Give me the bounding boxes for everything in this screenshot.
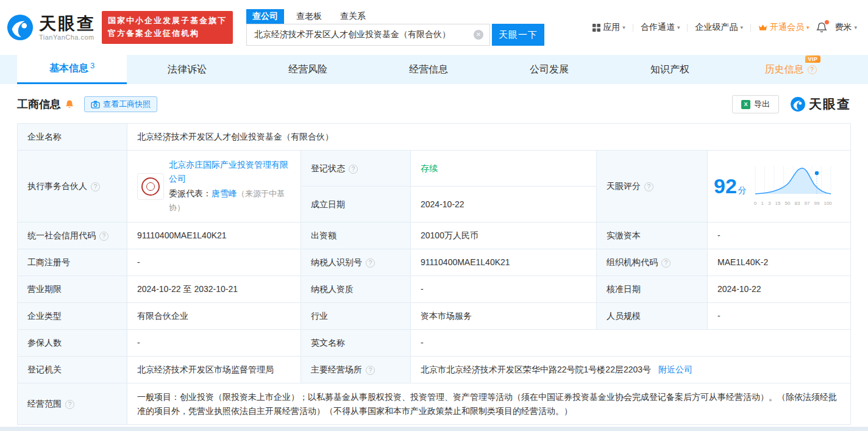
field-value-credit-code: 91110400MAE1L40K21 <box>127 223 301 249</box>
field-value-taxpayer-id: 91110400MAE1L40K21 <box>411 249 597 276</box>
field-label-paid-capital: 实缴资本 <box>597 223 708 249</box>
score-curve <box>754 165 832 195</box>
export-button-label: 导出 <box>754 99 770 110</box>
field-value-english-name: - <box>411 330 851 357</box>
field-label-executive-partner: 执行事务合伙人? <box>18 151 127 223</box>
help-icon[interactable]: ? <box>65 400 74 409</box>
help-icon[interactable]: ? <box>349 165 358 174</box>
field-label-tyc-score: 天眼评分? <box>597 151 708 223</box>
brand-name: 天眼查 <box>39 14 96 34</box>
nav-apps[interactable]: 应用 ▾ <box>592 22 625 33</box>
help-icon[interactable]: ? <box>91 182 100 191</box>
section-head: 工商信息 查看工商快照 X 导出 天眼查 <box>0 84 868 121</box>
tab-intellectual-property[interactable]: 知识产权 <box>610 55 730 84</box>
field-value-industry: 资本市场服务 <box>411 303 597 330</box>
follow-bell-icon[interactable] <box>65 99 74 109</box>
score-marker-dot <box>815 171 819 175</box>
field-value-company-type: 有限合伙企业 <box>127 303 301 330</box>
tyc-score-number: 92分 <box>714 169 747 202</box>
field-label-business-scope: 经营范围? <box>18 383 127 425</box>
rep-name-link[interactable]: 唐雪峰 <box>212 188 237 198</box>
field-label-company-name: 企业名称 <box>18 124 127 151</box>
help-icon[interactable]: ? <box>99 232 108 241</box>
field-value-insured-count: - <box>127 330 301 357</box>
search-tab-boss[interactable]: 查老板 <box>290 9 328 24</box>
business-info-table: 企业名称 北京经济技术开发区人才创业投资基金（有限合伙） 执行事务合伙人? 北京… <box>17 123 851 425</box>
clear-search-icon[interactable]: ✕ <box>474 30 483 40</box>
rep-prefix: 委派代表： <box>169 188 212 198</box>
notifications-bell[interactable] <box>816 22 827 33</box>
chevron-down-icon: ▾ <box>806 24 809 30</box>
field-value-taxpayer-quality: - <box>411 276 597 303</box>
chevron-down-icon: ▾ <box>622 24 625 30</box>
bottom-strip <box>0 427 868 431</box>
section-title: 工商信息 <box>17 97 61 112</box>
field-value-tyc-score[interactable]: 92分 <box>708 151 851 223</box>
partner-company-link[interactable]: 北京亦庄国际产业投资管理有限公司 <box>169 160 288 183</box>
help-icon[interactable]: ? <box>661 258 671 268</box>
search-tab-relation[interactable]: 查关系 <box>334 9 372 24</box>
divider <box>750 24 751 32</box>
help-icon[interactable]: ? <box>366 258 375 268</box>
nav-enterprise-label: 企业级产品 <box>695 22 738 33</box>
tab-basic-info[interactable]: 基本信息 3 <box>17 55 127 84</box>
field-value-business-term: 2024-10-22 至 2032-10-21 <box>127 276 301 303</box>
field-value-executive-partner: 北京亦庄国际产业投资管理有限公司 委派代表：唐雪峰（来源于中基协） <box>127 151 301 223</box>
nav-partner-label: 合作通道 <box>641 22 675 33</box>
brand-domain: TianYanCha.com <box>39 34 96 41</box>
username: 费米 <box>834 22 852 33</box>
field-value-staff-size: - <box>708 303 851 330</box>
field-label-industry: 行业 <box>301 303 411 330</box>
field-label-registration-status: 登记状态? <box>301 151 411 187</box>
search-tab-company[interactable]: 查公司 <box>246 9 284 24</box>
field-label-establish-date: 成立日期 <box>301 187 411 223</box>
status-badge: 存续 <box>421 163 438 173</box>
nav-user[interactable]: 费米 ▾ <box>834 22 857 33</box>
divider <box>633 24 633 32</box>
tab-legal-proceedings[interactable]: 法律诉讼 <box>127 55 247 84</box>
tab-basic-info-label: 基本信息 <box>49 62 88 75</box>
vip-badge: VIP <box>805 55 820 63</box>
partner-company-logo[interactable] <box>137 173 164 200</box>
search-input[interactable] <box>247 24 489 45</box>
field-label-company-type: 企业类型 <box>18 303 127 330</box>
field-value-business-scope: 一般项目：创业投资（限投资未上市企业）；以私募基金从事股权投资、投资管理、资产管… <box>127 383 851 425</box>
field-label-taxpayer-id: 纳税人识别号? <box>301 249 411 276</box>
field-label-credit-code: 统一社会信用代码? <box>18 223 127 249</box>
field-label-insured-count: 参保人数 <box>18 330 127 357</box>
export-button[interactable]: X 导出 <box>732 95 779 113</box>
tab-business-info[interactable]: 经营信息 <box>368 55 489 84</box>
field-value-establish-date: 2024-10-22 <box>411 187 597 223</box>
field-value-paid-capital: - <box>708 223 851 249</box>
nav-partner-channel[interactable]: 合作通道 ▾ <box>641 22 680 33</box>
notification-dot <box>825 20 829 24</box>
nav-vip-label: 开通会员 <box>770 22 804 33</box>
top-nav: 应用 ▾ 合作通道 ▾ 企业级产品 ▾ 开通会员 ▾ <box>592 22 857 33</box>
snapshot-button[interactable]: 查看工商快照 <box>84 96 157 112</box>
tianyancha-logo[interactable]: 天眼查 TianYanCha.com <box>6 13 96 41</box>
help-icon[interactable]: ? <box>644 182 653 191</box>
search-box: ✕ <box>246 24 490 46</box>
top-header: 天眼查 TianYanCha.com 国家中小企业发展子基金旗下 官方备案企业征… <box>0 0 868 55</box>
help-icon[interactable]: ? <box>366 366 375 375</box>
field-value-org-code: MAE1L40K-2 <box>708 249 851 276</box>
field-label-org-code: 组织机构代码? <box>597 249 708 276</box>
tab-company-development[interactable]: 公司发展 <box>489 55 610 84</box>
search-button[interactable]: 天眼一下 <box>492 24 544 46</box>
tab-history-label: 历史信息 <box>765 63 804 76</box>
help-icon[interactable]: ? <box>808 65 817 74</box>
search-tabs: 查公司 查老板 查关系 <box>246 9 544 24</box>
nav-vip-upgrade[interactable]: 开通会员 ▾ <box>758 22 809 33</box>
field-label-taxpayer-quality: 纳税人资质 <box>301 276 411 303</box>
field-label-business-term: 营业期限 <box>18 276 127 303</box>
nearby-companies-link[interactable]: 附近公司 <box>658 365 692 374</box>
chevron-down-icon: ▾ <box>677 24 680 30</box>
tianyancha-watermark-icon <box>790 96 806 112</box>
tab-operating-risk[interactable]: 经营风险 <box>247 55 368 84</box>
badge-line2: 官方备案企业征信机构 <box>108 27 227 40</box>
chevron-down-icon: ▾ <box>854 24 857 30</box>
tab-history-info[interactable]: VIP 历史信息 ? <box>730 55 851 84</box>
field-label-english-name: 英文名称 <box>301 330 411 357</box>
field-label-reg-number: 工商注册号 <box>18 249 127 276</box>
nav-enterprise-products[interactable]: 企业级产品 ▾ <box>695 22 743 33</box>
